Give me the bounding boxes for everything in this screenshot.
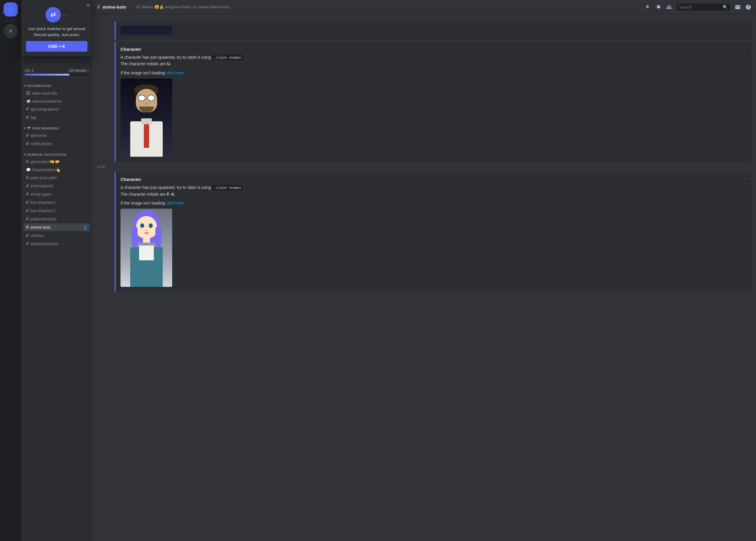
channel-name-notifications: notifications xyxy=(30,141,87,146)
image-link-2: If the image isn't loading click here xyxy=(120,200,747,206)
channel-rules-and-info[interactable]: ☑ rules-and-info xyxy=(24,89,90,97)
channel-name-bot-channel-1: bot-channel-1 xyxy=(30,200,87,205)
message-image-1 xyxy=(120,79,747,157)
time-divider: 13:50 xyxy=(92,164,756,170)
category-chevron-genreal: ▾ xyxy=(24,153,26,157)
message-container-1 xyxy=(92,21,756,40)
server-sidebar: 🌐 + xyxy=(0,0,21,541)
channel-post-your-pets[interactable]: # post-your-pets xyxy=(24,174,90,182)
channel-memes[interactable]: # memes xyxy=(24,232,90,240)
category-label-new-members: NEW-MEMBERS xyxy=(32,127,59,130)
hash-icon-emoji-spam: # xyxy=(26,192,29,197)
top-bar: # anime-bots LE Waifus 😩🔒 Anigame Prefix… xyxy=(92,0,756,14)
channel-bot-channel-1[interactable]: # bot-channel-1 xyxy=(24,199,90,206)
quick-switcher-popup: × ⇄ · · Use Quick Switcher to get around… xyxy=(21,0,92,56)
channel-genrealest[interactable]: # genrealest🤜🤛 xyxy=(24,158,90,166)
channel-faq[interactable]: # faq xyxy=(24,114,90,121)
initials-1: U. xyxy=(167,61,171,66)
message-full-container-1: ··· Character A character has just spawn… xyxy=(92,42,756,162)
channel-name-emoji-spam: emoji-spam xyxy=(30,192,87,197)
message-body-1: A character has just spawned, try to cla… xyxy=(120,54,747,67)
notification-top-icon[interactable] xyxy=(656,4,661,10)
character-image-render-1 xyxy=(120,79,172,157)
level-header: LVL 3 224 Boosts › xyxy=(25,69,89,73)
channel-name-genrealest: genrealest🤜🤛 xyxy=(30,159,87,164)
channel-welcome[interactable]: # welcome xyxy=(24,132,90,139)
channel-name-international: international xyxy=(30,184,87,188)
channel-name-bot-channel-2: bot-channel-2 xyxy=(30,209,87,213)
hash-icon-faq: # xyxy=(26,115,29,120)
channel-name-api-integrations: api-integrations xyxy=(30,107,87,112)
hash-icon-notifications: # xyxy=(26,141,29,146)
click-here-link-1[interactable]: click here xyxy=(166,71,183,75)
channel-announcements[interactable]: 📢 announcements xyxy=(24,98,90,105)
category-label-information: INFORMATION xyxy=(27,84,51,88)
main-content: # anime-bots LE Waifus 😩🔒 Anigame Prefix… xyxy=(92,0,756,541)
message-card-1 xyxy=(115,21,751,40)
inline-code-2: .claim <name> xyxy=(212,185,243,190)
channel-name-anime-bots: anime-bots xyxy=(30,225,81,230)
top-bar-right: 🔍 xyxy=(645,4,751,11)
server-icon-add[interactable]: + xyxy=(4,24,18,38)
members-top-icon[interactable] xyxy=(666,4,672,10)
search-input[interactable] xyxy=(677,4,730,11)
level-label: LVL 3 xyxy=(25,69,34,73)
hash-icon-welcome: # xyxy=(26,133,29,138)
click-here-link-2[interactable]: click here xyxy=(166,201,183,206)
category-genreal-discussion[interactable]: ▾ GENREAL DISCUSSION xyxy=(21,148,92,158)
inbox-top-icon[interactable] xyxy=(735,4,741,10)
member-count-icon: 👤 xyxy=(83,225,87,229)
shortcut-button[interactable]: CMD + K xyxy=(26,41,87,52)
channel-hash-icon: # xyxy=(97,4,100,10)
message-image-preview xyxy=(120,26,747,35)
message-title-1: Character xyxy=(120,47,747,52)
popup-close-button[interactable]: × xyxy=(87,2,90,9)
channel-emoji-spam[interactable]: # emoji-spam xyxy=(24,190,90,198)
channel-name-memes: memes xyxy=(30,233,87,238)
message-options-2[interactable]: ··· xyxy=(744,176,748,181)
channel-name-rules-and-info: rules-and-info xyxy=(32,91,87,96)
channel-international[interactable]: # international xyxy=(24,182,90,190)
channel-api-integrations[interactable]: # api-integrations xyxy=(24,105,90,113)
channel-name-advertisements: advertisements xyxy=(30,242,87,246)
help-top-icon[interactable] xyxy=(745,4,751,10)
popup-description: Use Quick Switcher to get around Discord… xyxy=(26,26,87,38)
time-label-1 xyxy=(92,21,110,26)
initials-2: F. K. xyxy=(167,192,175,197)
boosts-label[interactable]: 224 Boosts › xyxy=(69,69,89,73)
hash-icon-memes: # xyxy=(26,233,29,238)
channel-anime-bots[interactable]: # anime-bots 👤 xyxy=(24,224,90,231)
channel-title-text: anime-bots xyxy=(102,4,126,9)
hash-icon-pokemon: # xyxy=(26,216,29,222)
channel-name-post-your-pets: post-your-pets xyxy=(30,175,87,180)
hash-icon-ads: # xyxy=(26,241,29,247)
search-wrapper[interactable]: 🔍 xyxy=(677,4,730,11)
message-card-full-1: ··· Character A character has just spawn… xyxy=(115,42,751,162)
character-image-1 xyxy=(120,26,172,35)
popup-icon-area: ⇄ · · xyxy=(26,7,87,22)
image-link-1: If the image isn't loading click here xyxy=(120,70,747,76)
hash-icon-international: # xyxy=(26,183,29,189)
hashtag-top-icon[interactable] xyxy=(645,4,651,10)
channel-name-faq: faq xyxy=(30,115,87,120)
channel-notifications[interactable]: # notifications xyxy=(24,140,90,148)
level-section: LVL 3 224 Boosts › xyxy=(21,66,92,78)
channel-name-pokemon-bots: pokemon-bots xyxy=(30,217,87,221)
category-label-genreal: GENREAL DISCUSSION xyxy=(27,153,66,157)
channel-title: # anime-bots xyxy=(97,4,126,10)
channel-bot-channel-2[interactable]: # bot-channel-2 xyxy=(24,207,90,215)
forum-icon: 💬 xyxy=(26,168,31,172)
channel-forumrealest[interactable]: 💬 forumrealest👆 xyxy=(24,166,90,173)
channel-pokemon-bots[interactable]: # pokemon-bots xyxy=(24,215,90,223)
server-icon-emoji-gg[interactable]: 🌐 xyxy=(4,2,18,17)
hash-icon-bot1: # xyxy=(26,200,29,205)
category-information[interactable]: ▾ INFORMATION xyxy=(21,79,92,89)
message-options-1[interactable]: ··· xyxy=(744,45,748,51)
category-chevron-information: ▾ xyxy=(24,84,26,88)
channel-topic: LE Waifus 😩🔒 Anigame Prefix: a! | Isekai… xyxy=(132,5,233,9)
hash-icon-api: # xyxy=(26,107,29,112)
category-new-members[interactable]: ▾ 🌱 NEW-MEMBERS xyxy=(21,122,92,131)
search-icon: 🔍 xyxy=(723,5,728,9)
channel-advertisements[interactable]: # advertisements xyxy=(24,240,90,248)
message-title-2: Character xyxy=(120,177,747,182)
